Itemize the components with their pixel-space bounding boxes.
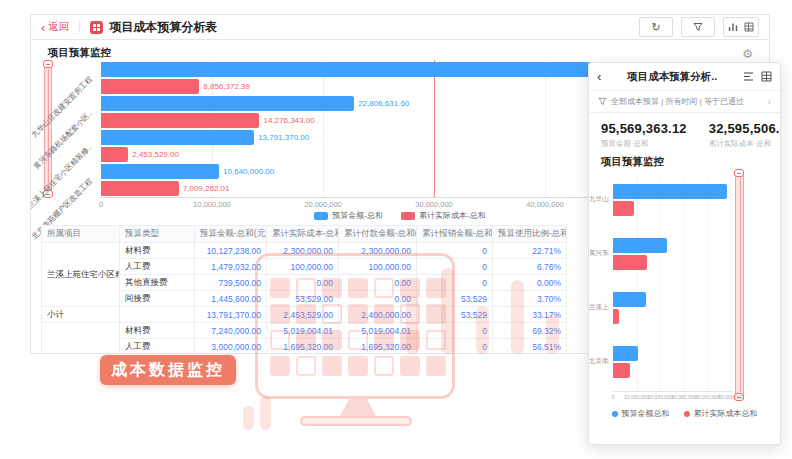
value-cell[interactable]: 53,529 bbox=[417, 291, 493, 307]
value-cell[interactable]: 5,019,004.01 bbox=[339, 323, 417, 339]
value-cell[interactable]: 2,300,000.00 bbox=[267, 243, 339, 259]
datazoom-slider[interactable] bbox=[735, 171, 744, 399]
legend-dot bbox=[612, 411, 618, 417]
legend-item[interactable]: 累计实际成本总和 bbox=[684, 408, 758, 419]
value-cell[interactable]: 0 bbox=[417, 339, 493, 355]
value-cell[interactable]: 5,019,004.01 bbox=[267, 323, 339, 339]
budget-type-cell: 人工费 bbox=[120, 339, 195, 355]
watermark-pixel bbox=[322, 356, 342, 376]
legend-item[interactable]: 累计实际成本-总和 bbox=[401, 210, 486, 221]
gear-icon[interactable]: ⚙ bbox=[742, 48, 753, 60]
value-cell[interactable]: 53,529.00 bbox=[267, 291, 339, 307]
legend-item[interactable]: 预算金额-总和 bbox=[314, 210, 383, 221]
table-grid-icon[interactable] bbox=[761, 71, 772, 82]
value-cell[interactable]: 0 bbox=[417, 275, 493, 291]
budget-type-cell: 人工费 bbox=[120, 259, 195, 275]
back-chevron-icon: ‹ bbox=[41, 21, 45, 34]
actual-bar bbox=[613, 363, 630, 378]
value-cell[interactable]: 2,453,529.00 bbox=[267, 307, 339, 323]
view-toggle-button[interactable] bbox=[723, 17, 759, 37]
table-grid-icon bbox=[744, 22, 754, 32]
actual-bar bbox=[101, 79, 199, 94]
table-row: 人工费1,479,032.00100,000.00100,000.0006.76… bbox=[42, 259, 567, 275]
value-cell[interactable]: 1,479,032.00 bbox=[195, 259, 267, 275]
threshold-line bbox=[434, 60, 435, 197]
value-cell[interactable]: 2,400,000.00 bbox=[339, 307, 417, 323]
value-cell[interactable]: 56.51% bbox=[493, 339, 567, 355]
value-cell[interactable]: 739,500.00 bbox=[195, 275, 267, 291]
panel-filter-bar[interactable]: 全部成本预算 | 所有时间 | 等于已通过 › bbox=[589, 91, 780, 113]
value-cell[interactable]: 0.00 bbox=[267, 275, 339, 291]
axis-tick-label: 10,000,000 bbox=[624, 394, 649, 400]
value-cell[interactable]: 1,445,600.00 bbox=[195, 291, 267, 307]
mobile-preview-panel: ‹ 项目成本预算分析.. 全部成本预算 | 所有时间 | 等于已通过 › 95,… bbox=[588, 62, 781, 445]
dashboard-sheet-icon bbox=[90, 21, 103, 34]
chart-title: 项目预算监控 bbox=[48, 46, 111, 60]
value-cell[interactable]: 1,695,320.00 bbox=[267, 339, 339, 355]
bar-value-label: 8,856,372.39 bbox=[203, 79, 250, 94]
value-cell[interactable]: 69.32% bbox=[493, 323, 567, 339]
kpi-label: 累计实际成本·总和 bbox=[709, 139, 781, 149]
back-button[interactable]: ‹ 返回 bbox=[41, 20, 69, 34]
value-cell[interactable]: 0.00 bbox=[339, 291, 417, 307]
value-cell[interactable]: 0.00 bbox=[339, 275, 417, 291]
value-cell[interactable]: 53,529 bbox=[417, 307, 493, 323]
panel-title: 项目成本预算分析.. bbox=[601, 70, 743, 84]
value-cell[interactable]: 13,791,370.00 bbox=[195, 307, 267, 323]
watermark-pixel bbox=[374, 356, 394, 376]
value-cell[interactable]: 10,127,238.00 bbox=[195, 243, 267, 259]
value-cell[interactable]: 3.70% bbox=[493, 291, 567, 307]
cost-monitoring-stamp: 成本数据监控 bbox=[100, 355, 236, 385]
budget-type-cell bbox=[120, 307, 195, 323]
watermark-pixel bbox=[348, 356, 368, 376]
bar-value-label: 7,009,262.01 bbox=[183, 181, 230, 196]
chart-list-icon[interactable] bbox=[743, 71, 754, 82]
value-cell[interactable]: 0.00% bbox=[493, 275, 567, 291]
category-axis: 九华山庄改建安置房工程黄河东路机场配套小区..兰溪上苑住宅小区精装修..北京南苑… bbox=[31, 60, 95, 197]
filter-button[interactable] bbox=[681, 17, 715, 37]
kpi-value: 32,595,506.40 bbox=[709, 121, 781, 136]
topbar-actions: ↻ bbox=[631, 17, 759, 37]
budget-type-cell: 间接费 bbox=[120, 291, 195, 307]
column-header: 预算类型 bbox=[120, 226, 195, 243]
budget-bar bbox=[101, 96, 354, 111]
monitor-base-shape bbox=[300, 416, 412, 426]
value-cell[interactable]: 0 bbox=[417, 259, 493, 275]
budget-bar bbox=[613, 184, 727, 199]
value-cell[interactable]: 3,000,000.00 bbox=[195, 339, 267, 355]
chevron-right-icon: › bbox=[768, 97, 771, 107]
budget-type-cell: 其他直接费 bbox=[120, 275, 195, 291]
value-cell[interactable]: 22.71% bbox=[493, 243, 567, 259]
funnel-icon bbox=[693, 22, 703, 32]
legend-swatch bbox=[314, 212, 328, 220]
value-cell[interactable]: 2,300,000.00 bbox=[339, 243, 417, 259]
budget-bar bbox=[613, 346, 638, 361]
value-cell[interactable]: 33.17% bbox=[493, 307, 567, 323]
value-axis: 010,000,00020,000,00030,000,00040,000,00… bbox=[101, 200, 631, 210]
watermark-pixel bbox=[400, 356, 420, 376]
value-cell[interactable]: 100,000.00 bbox=[267, 259, 339, 275]
datazoom-handle-top[interactable] bbox=[734, 169, 744, 177]
refresh-icon: ↻ bbox=[651, 22, 660, 33]
bar-chart-plot: 8,856,372.3922,806,631.6014,276,343.0013… bbox=[101, 60, 631, 198]
table-row: 兰溪上苑住宅小区精装修第..材料费10,127,238.002,300,000.… bbox=[42, 243, 567, 259]
category-label: 北京南.. bbox=[589, 357, 610, 366]
actual-bar bbox=[613, 255, 647, 270]
column-header: 累计实际成本-总和(元) bbox=[267, 226, 339, 243]
legend-item[interactable]: 预算金额总和 bbox=[612, 408, 670, 419]
value-cell[interactable]: 1,695,320.00 bbox=[339, 339, 417, 355]
category-label: 九华山.. bbox=[589, 195, 610, 204]
value-cell[interactable]: 0 bbox=[417, 243, 493, 259]
value-cell[interactable]: 6.76% bbox=[493, 259, 567, 275]
gridline bbox=[684, 176, 685, 391]
axis-tick-label: 0 bbox=[61, 200, 141, 209]
topbar: ‹ 返回 项目成本预算分析表 ↻ bbox=[30, 14, 770, 40]
value-cell[interactable]: 100,000.00 bbox=[339, 259, 417, 275]
table-row: 材料费7,240,000.005,019,004.015,019,004.010… bbox=[42, 323, 567, 339]
column-header: 累计付款金额-总和(元) bbox=[339, 226, 417, 243]
kpi-label: 预算金额·总和 bbox=[601, 139, 687, 149]
value-cell[interactable]: 0 bbox=[417, 323, 493, 339]
value-cell[interactable]: 7,240,000.00 bbox=[195, 323, 267, 339]
refresh-button[interactable]: ↻ bbox=[639, 17, 673, 37]
actual-bar bbox=[101, 113, 259, 128]
